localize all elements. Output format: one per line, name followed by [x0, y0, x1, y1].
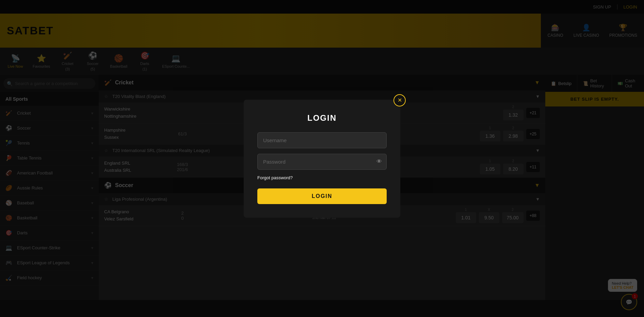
login-modal: ✕ LOGIN 👁 Forgot password? LOGIN [244, 100, 400, 218]
forgot-password-link[interactable]: Forgot password? [257, 175, 387, 180]
password-toggle-icon[interactable]: 👁 [376, 158, 382, 165]
username-input[interactable] [257, 132, 387, 148]
login-overlay: ✕ LOGIN 👁 Forgot password? LOGIN [0, 0, 644, 300]
login-submit-button[interactable]: LOGIN [257, 188, 387, 204]
password-input[interactable] [257, 154, 387, 170]
password-input-group: 👁 [257, 154, 387, 170]
modal-title: LOGIN [257, 113, 387, 123]
username-input-group [257, 132, 387, 148]
modal-close-button[interactable]: ✕ [393, 94, 406, 106]
